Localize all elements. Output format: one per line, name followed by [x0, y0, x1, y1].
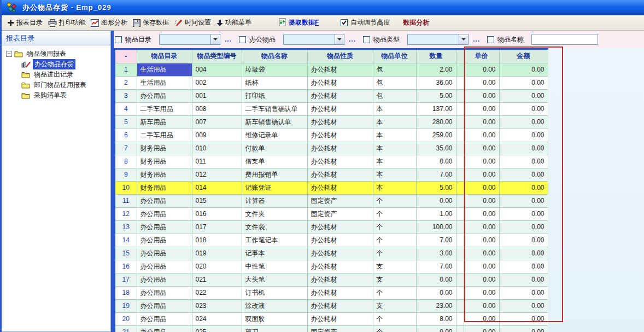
row-number-cell[interactable]: 4 — [115, 102, 137, 115]
column-header-spacer[interactable] — [456, 50, 464, 63]
row-number-cell[interactable]: 14 — [115, 234, 137, 247]
row-number-cell[interactable]: 3 — [115, 89, 137, 102]
column-header-物品名称[interactable]: 物品名称 — [242, 50, 307, 63]
table-cell[interactable] — [456, 155, 464, 168]
table-cell[interactable] — [456, 129, 464, 142]
table-cell[interactable]: 0.00 — [464, 312, 499, 325]
table-row[interactable]: 20办公用品024双面胶办公耗材个8.000.000.00 — [115, 312, 548, 325]
table-cell[interactable]: 计算器 — [242, 194, 307, 207]
table-cell[interactable]: 办公耗材 — [307, 181, 373, 194]
table-cell[interactable]: 支 — [373, 260, 416, 273]
table-row[interactable]: 13办公用品017文件袋办公耗材个100.000.000.00 — [115, 220, 548, 234]
table-cell[interactable]: 订书机 — [242, 286, 307, 299]
table-cell[interactable]: 0.00 — [464, 194, 499, 207]
table-cell[interactable]: 办公用品 — [137, 220, 192, 234]
extract-data-button[interactable]: 提取数据F — [279, 18, 319, 28]
row-number-cell[interactable]: 9 — [115, 168, 137, 181]
table-cell[interactable]: 0.00 — [416, 286, 456, 299]
tree-node-物品进出记录[interactable]: 物品进出记录 — [5, 69, 109, 80]
table-cell[interactable]: 0.00 — [499, 102, 548, 115]
table-cell[interactable]: 0.00 — [464, 273, 499, 286]
tree-item-label[interactable]: 部门物品使用报表 — [32, 80, 88, 90]
table-cell[interactable]: 办公用品 — [137, 89, 192, 102]
table-cell[interactable] — [456, 273, 464, 286]
table-cell[interactable] — [456, 325, 464, 332]
table-row[interactable]: 15办公用品019记事本办公耗材个3.000.000.00 — [115, 247, 548, 260]
table-cell[interactable]: 费用报销单 — [242, 168, 307, 181]
row-number-cell[interactable]: 19 — [115, 299, 137, 312]
table-cell[interactable]: 025 — [192, 325, 242, 332]
table-cell[interactable]: 本 — [373, 168, 416, 181]
row-number-cell[interactable]: 21 — [115, 325, 137, 332]
table-row[interactable]: 12办公用品016文件夹固定资产个1.000.000.00 — [115, 207, 548, 220]
table-cell[interactable]: 019 — [192, 247, 242, 260]
table-cell[interactable]: 010 — [192, 142, 242, 155]
table-cell[interactable]: 36.00 — [416, 76, 456, 89]
table-cell[interactable]: 办公耗材 — [307, 142, 373, 155]
auto-height-toggle[interactable]: 自动调节高度 — [341, 18, 390, 27]
table-cell[interactable]: 本 — [373, 181, 416, 194]
table-cell[interactable]: 022 — [192, 286, 242, 299]
table-cell[interactable]: 二手车销售确认单 — [242, 102, 307, 115]
table-cell[interactable]: 100.00 — [416, 220, 456, 234]
table-cell[interactable]: 财务用品 — [137, 181, 192, 194]
table-cell[interactable]: 0.00 — [499, 76, 548, 89]
table-cell[interactable]: 办公耗材 — [307, 76, 373, 89]
table-cell[interactable]: 0.00 — [499, 247, 548, 260]
table-cell[interactable]: 7.00 — [416, 260, 456, 273]
table-cell[interactable]: 004 — [192, 63, 242, 76]
table-cell[interactable]: 财务用品 — [137, 142, 192, 155]
table-cell[interactable]: 0.00 — [499, 115, 548, 129]
table-cell[interactable]: 0.00 — [464, 299, 499, 312]
table-row[interactable]: 18办公用品022订书机办公耗材个0.000.000.00 — [115, 286, 548, 299]
column-header-物品性质[interactable]: 物品性质 — [307, 50, 373, 63]
table-cell[interactable]: 办公用品 — [137, 234, 192, 247]
table-cell[interactable] — [456, 299, 464, 312]
table-cell[interactable]: 0.00 — [464, 220, 499, 234]
table-cell[interactable] — [456, 181, 464, 194]
row-number-cell[interactable]: 6 — [115, 129, 137, 142]
table-cell[interactable]: 办公耗材 — [307, 63, 373, 76]
table-cell[interactable]: 生活用品 — [137, 63, 192, 76]
table-cell[interactable]: 0.00 — [499, 234, 548, 247]
table-cell[interactable]: 7.00 — [416, 168, 456, 181]
table-row[interactable]: 11办公用品015计算器固定资产个0.000.000.00 — [115, 194, 548, 207]
table-cell[interactable]: 0.00 — [499, 260, 548, 273]
table-cell[interactable]: 办公耗材 — [307, 89, 373, 102]
table-cell[interactable]: 0.00 — [499, 286, 548, 299]
table-cell[interactable]: 办公耗材 — [307, 102, 373, 115]
row-number-cell[interactable]: 13 — [115, 220, 137, 234]
table-cell[interactable]: 垃圾袋 — [242, 63, 307, 76]
table-cell[interactable] — [456, 312, 464, 325]
table-cell[interactable]: 个 — [373, 194, 416, 207]
table-cell[interactable] — [456, 76, 464, 89]
table-cell[interactable] — [456, 234, 464, 247]
table-cell[interactable]: 0.00 — [464, 181, 499, 194]
table-row[interactable]: 6二手车用品009维修记录单办公耗材本259.000.000.00 — [115, 129, 548, 142]
row-number-cell[interactable]: 11 — [115, 194, 137, 207]
table-cell[interactable]: 1.00 — [416, 207, 456, 220]
table-cell[interactable]: 7.00 — [416, 234, 456, 247]
row-number-cell[interactable]: 10 — [115, 181, 137, 194]
table-cell[interactable]: 打印纸 — [242, 89, 307, 102]
table-row[interactable]: 10财务用品014记账凭证办公耗材本5.000.000.00 — [115, 181, 548, 194]
table-cell[interactable]: 0.00 — [499, 63, 548, 76]
table-cell[interactable] — [456, 286, 464, 299]
table-cell[interactable]: 016 — [192, 207, 242, 220]
table-cell[interactable]: 涂改液 — [242, 299, 307, 312]
row-number-cell[interactable]: 7 — [115, 142, 137, 155]
row-number-cell[interactable]: 1 — [115, 63, 137, 76]
table-cell[interactable]: 0.00 — [464, 63, 499, 76]
table-cell[interactable]: 个 — [373, 234, 416, 247]
table-cell[interactable]: 017 — [192, 220, 242, 234]
table-row[interactable]: 1生活用品004垃圾袋办公耗材包2.000.000.00 — [115, 63, 548, 76]
table-cell[interactable]: 0.00 — [464, 168, 499, 181]
table-cell[interactable]: 办公用品 — [137, 247, 192, 260]
chevron-down-icon[interactable] — [335, 34, 344, 44]
more-button[interactable]: ... — [225, 36, 232, 43]
tree-item-label[interactable]: 办公物品存货 — [33, 59, 75, 69]
table-cell[interactable]: 5.00 — [416, 181, 456, 194]
table-cell[interactable]: 工作笔记本 — [242, 234, 307, 247]
table-cell[interactable]: 0.00 — [464, 142, 499, 155]
table-cell[interactable]: 0.00 — [499, 155, 548, 168]
